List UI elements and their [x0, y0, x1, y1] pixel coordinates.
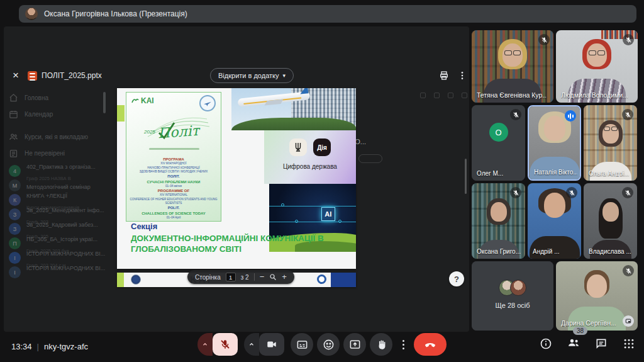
kebab-icon [457, 71, 467, 81]
call-controls [197, 333, 447, 356]
year-label: 2025 [144, 129, 155, 135]
polit-script-title: Політ [157, 123, 199, 142]
presenter-avatar [25, 8, 38, 20]
viewer-scrollbar[interactable] [465, 159, 467, 194]
participant-name: Владислава ... [589, 248, 631, 255]
print-button[interactable] [439, 71, 449, 81]
course-avatar: І [9, 252, 21, 264]
mic-button-muted[interactable] [213, 333, 238, 356]
end-call-button[interactable] [414, 333, 447, 356]
course-avatar: З [9, 223, 21, 235]
clock-time: 13:34 [11, 342, 32, 351]
course-title: ІСТОРІЯ МІЖНАРОДНИХ ВІ... [26, 265, 105, 271]
people-button[interactable]: 38 [567, 336, 580, 351]
call-end-icon [424, 338, 436, 351]
smiley-icon [323, 339, 335, 351]
emblem-dark [131, 274, 141, 285]
course-avatar: З [9, 208, 21, 220]
mic-off-icon [219, 339, 231, 350]
sidebar-item-label: Календар [25, 111, 53, 118]
course-title: 402_Практика з організа... [26, 164, 96, 170]
zoom-in-button[interactable]: + [282, 273, 287, 281]
ai-chip-label: AI [321, 207, 335, 221]
picture-in-picture-icon[interactable] [623, 315, 634, 327]
course-subtitle: Граф. 203, 204, 205 [26, 277, 69, 279]
participant-name: Тетяна Євгенівна Кур... [477, 91, 547, 99]
mic-muted-icon [538, 34, 550, 45]
course-title: КНИГА +ЛЕКЦІЇ [26, 193, 67, 199]
classroom-sidebar: Головна Календар Курси, які я викладаю Н… [9, 89, 112, 278]
trident-icon [289, 139, 307, 156]
participant-tile[interactable]: Людмила Володими... [556, 30, 638, 103]
mic-muted-icon [510, 187, 521, 198]
file-name: ПОЛІТ_2025.pptx [42, 71, 102, 80]
captions-button[interactable] [291, 333, 313, 356]
participant-tile[interactable]: О Олег М... [472, 105, 525, 181]
help-button[interactable]: ? [449, 271, 464, 286]
apps-grid-button[interactable] [623, 337, 635, 350]
raise-hand-button[interactable] [370, 333, 392, 356]
participant-tile[interactable]: Владислава ... [584, 183, 637, 259]
more-participants-tile[interactable]: Ще 28 осіб [472, 261, 553, 331]
magnifier-icon[interactable] [269, 273, 277, 281]
course-avatar: І [9, 266, 21, 278]
sidebar-item-teaching[interactable]: Курси, які я викладаю [9, 128, 112, 145]
sidebar-item-review[interactable]: Не перевірені [9, 145, 112, 161]
participant-tile[interactable]: Андрій ... [528, 183, 581, 259]
conference-poster: KAI 2025 Політ ПРОГРАМА XI [126, 92, 221, 222]
page-input[interactable]: 1 [226, 273, 236, 281]
chat-button[interactable] [595, 337, 608, 350]
more-call-options-button[interactable] [396, 333, 410, 356]
sidebar-item-calendar[interactable]: Календар [9, 106, 112, 122]
program-text-ua: ПРОГРАМА XIV МІЖНАРОДНОЇ НАУКОВО-ПРАКТИЧ… [129, 157, 218, 188]
section-label: Секція [131, 222, 157, 231]
emblem-ring [317, 274, 326, 284]
people-icon [9, 132, 18, 142]
camera-button[interactable] [259, 333, 284, 356]
home-icon [9, 93, 18, 103]
course-title: Методологічний семінар [26, 184, 91, 190]
participant-count-badge: 38 [573, 327, 587, 335]
tasks-icon [9, 149, 18, 158]
open-in-app-button[interactable]: Відкрити в додатку ▾ [210, 68, 294, 83]
participant-tile[interactable]: Оксана Григо... [472, 183, 525, 259]
zoom-out-button[interactable]: − [260, 273, 265, 281]
more-options-button[interactable] [457, 71, 467, 81]
meeting-info: 13:34 | nky-tgvz-afc [11, 342, 88, 351]
mic-muted-icon [566, 187, 577, 198]
present-button[interactable] [343, 333, 366, 356]
program-text-en: PROGRAMME OF XIV INTERNATIONAL CONFERENC… [129, 188, 218, 220]
course-item[interactable]: 4 402_Практика з організа... Граф 2025 Н… [9, 164, 112, 178]
participant-name: Андрій ... [533, 248, 560, 255]
sidebar-scrollbar[interactable] [103, 92, 106, 113]
presenter-banner: Оксана Григорівна Ількова (Презентація) [19, 5, 636, 23]
page-label: Сторінка [195, 274, 221, 281]
participant-name: Оксана Григо... [477, 248, 521, 255]
calendar-icon [9, 110, 18, 119]
mic-options-chevron[interactable] [197, 333, 213, 356]
camera-icon [266, 339, 277, 350]
more-participants-label: Ще 28 осіб [472, 302, 553, 309]
participant-tile[interactable]: Дарина Сергіївн... [556, 261, 638, 331]
participant-name: Наталія Вікто... [534, 169, 577, 176]
camera-button-group [244, 333, 284, 356]
participant-tile-speaking[interactable]: Наталія Вікто... [528, 105, 581, 181]
close-icon[interactable]: × [13, 69, 19, 82]
google-meet-window: Оксана Григорівна Ількова (Презентація) … [0, 0, 644, 362]
presentation-slide: KAI 2025 Політ ПРОГРАМА XI [117, 88, 356, 269]
hand-icon [375, 339, 387, 351]
reactions-button[interactable] [317, 333, 340, 356]
dimmed-button [358, 154, 382, 163]
participant-tile[interactable]: Ольга Андрі... [584, 105, 637, 181]
sidebar-item-home[interactable]: Головна [9, 89, 112, 106]
info-button[interactable] [540, 337, 552, 350]
mic-button-group [197, 333, 238, 356]
chevron-down-icon: ▾ [282, 72, 286, 79]
meeting-panels: 38 [540, 336, 635, 351]
sidebar-item-label: Головна [25, 94, 48, 101]
camera-options-chevron[interactable] [244, 333, 259, 356]
course-avatar: 4 [9, 165, 21, 177]
participant-name: Людмила Володими... [561, 91, 628, 99]
participant-tile[interactable]: Тетяна Євгенівна Кур... [472, 30, 553, 103]
mic-muted-icon [622, 187, 633, 198]
